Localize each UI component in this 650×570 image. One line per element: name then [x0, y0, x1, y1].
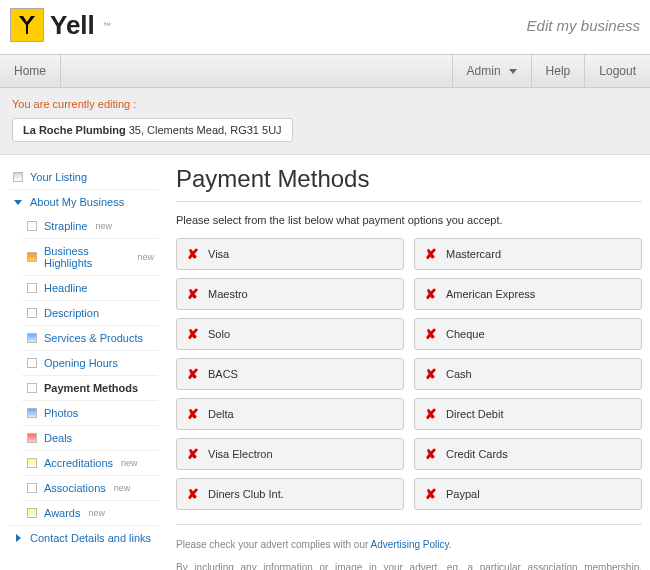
sidebar-item-label: Accreditations [44, 457, 113, 469]
deals-icon [26, 432, 38, 444]
footer-policy: Please check your advert complies with o… [176, 537, 642, 552]
description-icon [26, 307, 38, 319]
services-icon [26, 332, 38, 344]
chevron-down-icon [12, 196, 24, 208]
sidebar-section-contact[interactable]: Contact Details and links [8, 525, 158, 550]
sidebar-section-label: Contact Details and links [30, 532, 151, 544]
payment-method-label: Visa [208, 248, 229, 260]
awards-icon [26, 507, 38, 519]
payment-method-toggle[interactable]: ✘Delta [176, 398, 404, 430]
sidebar-section-about[interactable]: About My Business [8, 189, 158, 214]
x-icon: ✘ [186, 486, 200, 502]
x-icon: ✘ [424, 486, 438, 502]
sidebar-item-label: Strapline [44, 220, 87, 232]
x-icon: ✘ [186, 366, 200, 382]
top-nav: Home Admin Help Logout [0, 54, 650, 88]
payment-method-label: Mastercard [446, 248, 501, 260]
sidebar-item-label: Opening Hours [44, 357, 118, 369]
new-badge: new [88, 508, 105, 518]
trademark: ™ [103, 21, 111, 30]
highlights-icon [26, 251, 38, 263]
payment-method-toggle[interactable]: ✘Diners Club Int. [176, 478, 404, 510]
chevron-down-icon [509, 69, 517, 74]
payment-icon [26, 382, 38, 394]
main-content: Payment Methods Please select from the l… [176, 165, 642, 570]
chevron-right-icon [12, 532, 24, 544]
sidebar-item-payment[interactable]: Payment Methods [22, 375, 158, 400]
sidebar-item-deals[interactable]: Deals [22, 425, 158, 450]
payment-method-label: BACS [208, 368, 238, 380]
associations-icon [26, 482, 38, 494]
photos-icon [26, 407, 38, 419]
sidebar: Your Listing About My Business Strapline… [8, 165, 158, 570]
nav-admin[interactable]: Admin [452, 55, 531, 87]
sidebar-item-label: Headline [44, 282, 87, 294]
payment-methods-grid: ✘Visa✘Mastercard✘Maestro✘American Expres… [176, 238, 642, 510]
x-icon: ✘ [424, 366, 438, 382]
sidebar-item-label: Business Highlights [44, 245, 129, 269]
sidebar-item-awards[interactable]: Awardsnew [22, 500, 158, 525]
sidebar-item-label: Your Listing [30, 171, 87, 183]
nav-logout[interactable]: Logout [584, 55, 650, 87]
sidebar-your-listing[interactable]: Your Listing [8, 165, 158, 189]
sidebar-item-label: Associations [44, 482, 106, 494]
business-name: La Roche Plumbing [23, 124, 126, 136]
sidebar-item-label: Description [44, 307, 99, 319]
payment-method-toggle[interactable]: ✘Mastercard [414, 238, 642, 270]
editing-context: You are currently editing : La Roche Plu… [0, 88, 650, 155]
payment-method-toggle[interactable]: ✘Paypal [414, 478, 642, 510]
x-icon: ✘ [186, 446, 200, 462]
sidebar-item-label: Awards [44, 507, 80, 519]
x-icon: ✘ [186, 326, 200, 342]
sidebar-about-items: Straplinenew Business Highlightsnew Head… [8, 214, 158, 525]
payment-method-label: Solo [208, 328, 230, 340]
payment-method-toggle[interactable]: ✘Cash [414, 358, 642, 390]
sidebar-item-description[interactable]: Description [22, 300, 158, 325]
payment-method-label: Cheque [446, 328, 485, 340]
sidebar-item-accreditations[interactable]: Accreditationsnew [22, 450, 158, 475]
payment-method-toggle[interactable]: ✘Visa Electron [176, 438, 404, 470]
x-icon: ✘ [186, 246, 200, 262]
sidebar-item-services[interactable]: Services & Products [22, 325, 158, 350]
advertising-policy-link[interactable]: Advertising Policy [371, 539, 449, 550]
payment-method-label: Maestro [208, 288, 248, 300]
nav-home[interactable]: Home [0, 55, 61, 87]
accreditations-icon [26, 457, 38, 469]
x-icon: ✘ [186, 286, 200, 302]
brand-logo[interactable]: Yell ™ [10, 8, 111, 42]
sidebar-item-strapline[interactable]: Straplinenew [22, 214, 158, 238]
brand-name: Yell [50, 10, 95, 41]
payment-method-toggle[interactable]: ✘Credit Cards [414, 438, 642, 470]
payment-method-toggle[interactable]: ✘Cheque [414, 318, 642, 350]
payment-method-toggle[interactable]: ✘BACS [176, 358, 404, 390]
payment-method-toggle[interactable]: ✘Direct Debit [414, 398, 642, 430]
x-icon: ✘ [186, 406, 200, 422]
nav-help[interactable]: Help [531, 55, 585, 87]
page-title: Payment Methods [176, 165, 642, 193]
business-address: 35, Clements Mead, RG31 5UJ [126, 124, 282, 136]
payment-method-toggle[interactable]: ✘Solo [176, 318, 404, 350]
sidebar-item-photos[interactable]: Photos [22, 400, 158, 425]
x-icon: ✘ [424, 286, 438, 302]
sidebar-item-headline[interactable]: Headline [22, 275, 158, 300]
new-badge: new [95, 221, 112, 231]
business-selector[interactable]: La Roche Plumbing 35, Clements Mead, RG3… [12, 118, 293, 142]
payment-method-label: Diners Club Int. [208, 488, 284, 500]
payment-method-label: Cash [446, 368, 472, 380]
sidebar-item-label: Deals [44, 432, 72, 444]
nav-admin-label: Admin [467, 64, 501, 78]
payment-method-label: Paypal [446, 488, 480, 500]
strapline-icon [26, 220, 38, 232]
payment-method-label: Credit Cards [446, 448, 508, 460]
payment-method-toggle[interactable]: ✘American Express [414, 278, 642, 310]
sidebar-item-highlights[interactable]: Business Highlightsnew [22, 238, 158, 275]
payment-method-toggle[interactable]: ✘Visa [176, 238, 404, 270]
new-badge: new [137, 252, 154, 262]
sidebar-item-associations[interactable]: Associationsnew [22, 475, 158, 500]
payment-method-label: Delta [208, 408, 234, 420]
x-icon: ✘ [424, 246, 438, 262]
payment-method-toggle[interactable]: ✘Maestro [176, 278, 404, 310]
sidebar-item-hours[interactable]: Opening Hours [22, 350, 158, 375]
sidebar-item-label: Payment Methods [44, 382, 138, 394]
new-badge: new [121, 458, 138, 468]
